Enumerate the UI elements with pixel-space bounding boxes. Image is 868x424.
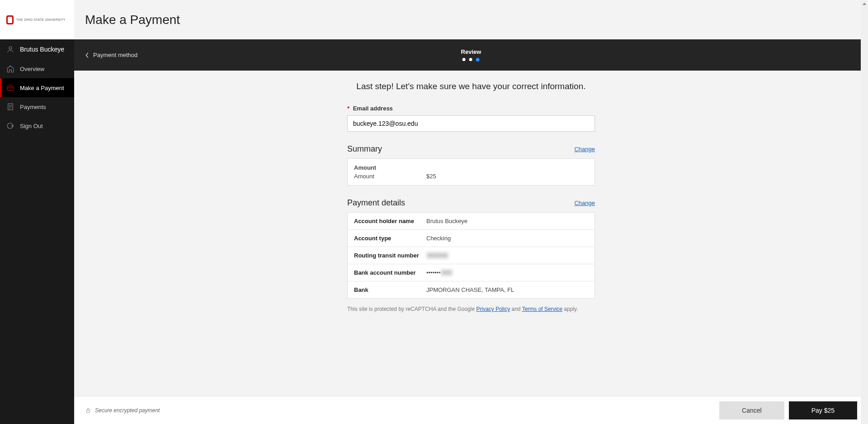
type-value: Checking [426, 235, 451, 242]
sidebar-item-overview[interactable]: Overview [0, 59, 74, 78]
step-dot [469, 58, 472, 61]
email-field[interactable] [347, 115, 595, 132]
step-dot-active [476, 58, 480, 62]
svg-rect-1 [7, 86, 14, 91]
table-row: Account holder name Brutus Buckeye [348, 213, 594, 230]
summary-amount-label: Amount [354, 173, 426, 180]
summary-section: Summary Change Amount Amount $25 [347, 144, 595, 186]
back-button[interactable]: Payment method [85, 52, 137, 58]
routing-value: ••••••••• [426, 252, 448, 259]
logo-text: The Ohio State University [16, 18, 66, 21]
sidebar-item-label: Overview [20, 66, 44, 72]
holder-label: Account holder name [354, 218, 426, 224]
cancel-button[interactable]: Cancel [719, 401, 784, 419]
sidebar-item-make-payment[interactable]: Make a Payment [0, 78, 74, 97]
summary-amount-value: $25 [426, 173, 436, 180]
sidebar-item-payments[interactable]: Payments [0, 97, 74, 116]
bank-value: JPMORGAN CHASE, TAMPA, FL [426, 286, 514, 293]
change-details-link[interactable]: Change [574, 200, 595, 206]
sidebar: The Ohio State University Brutus Buckeye… [0, 0, 74, 424]
step-label: Review [461, 48, 481, 55]
table-row: Account type Checking [348, 230, 594, 247]
sidebar-item-label: Sign Out [20, 123, 43, 129]
table-row: Bank account number ••••••••••• [348, 264, 594, 281]
sidebar-item-sign-out[interactable]: Sign Out [0, 116, 74, 135]
home-icon [6, 65, 14, 73]
payment-icon [6, 84, 14, 92]
bank-label: Bank [354, 286, 426, 293]
step-dots [461, 58, 481, 62]
step-indicator: Review [461, 48, 481, 62]
summary-title: Summary [347, 144, 382, 154]
scroll-up-icon[interactable] [861, 0, 868, 7]
svg-point-0 [9, 47, 12, 49]
svg-rect-4 [87, 410, 90, 412]
table-row: Routing transit number ••••••••• [348, 247, 594, 264]
type-label: Account type [354, 235, 426, 242]
user-icon [6, 45, 14, 53]
holder-value: Brutus Buckeye [426, 218, 467, 224]
lock-icon [85, 407, 91, 414]
user-row: Brutus Buckeye [0, 39, 74, 59]
headline: Last step! Let's make sure we have your … [347, 81, 595, 91]
details-title: Payment details [347, 198, 405, 208]
email-label: * Email address [347, 105, 595, 112]
summary-table: Amount Amount $25 [347, 158, 595, 186]
scrollbar[interactable] [861, 0, 868, 424]
page-title: Make a Payment [85, 13, 180, 27]
legal-text: This site is protected by reCAPTCHA and … [347, 306, 595, 312]
title-bar: Make a Payment [74, 0, 868, 39]
secure-label: Secure encrypted payment [85, 407, 160, 414]
logo-icon [6, 15, 14, 24]
terms-link[interactable]: Terms of Service [522, 306, 562, 312]
details-table: Account holder name Brutus Buckeye Accou… [347, 212, 595, 299]
step-bar: Payment method Review [74, 39, 868, 71]
step-dot [462, 58, 466, 61]
sign-out-icon [6, 122, 14, 130]
user-name: Brutus Buckeye [20, 46, 64, 53]
main: Make a Payment Payment method Review Las… [74, 0, 868, 424]
receipt-icon [6, 103, 14, 111]
sidebar-item-label: Make a Payment [20, 85, 64, 91]
table-row: Bank JPMORGAN CHASE, TAMPA, FL [348, 281, 594, 298]
required-mark: * [347, 105, 349, 112]
content: Last step! Let's make sure we have your … [74, 71, 868, 424]
account-label: Bank account number [354, 269, 426, 276]
logo: The Ohio State University [0, 0, 74, 39]
account-value: ••••••••••• [426, 269, 453, 276]
chevron-left-icon [85, 52, 90, 58]
change-summary-link[interactable]: Change [574, 146, 595, 152]
details-section: Payment details Change Account holder na… [347, 198, 595, 299]
back-label: Payment method [93, 52, 137, 58]
sidebar-item-label: Payments [20, 104, 46, 110]
routing-label: Routing transit number [354, 252, 426, 259]
summary-amount-header: Amount [348, 159, 594, 171]
footer: Secure encrypted payment Cancel Pay $25 [74, 396, 868, 424]
pay-button[interactable]: Pay $25 [789, 401, 857, 419]
privacy-link[interactable]: Privacy Policy [476, 306, 510, 312]
